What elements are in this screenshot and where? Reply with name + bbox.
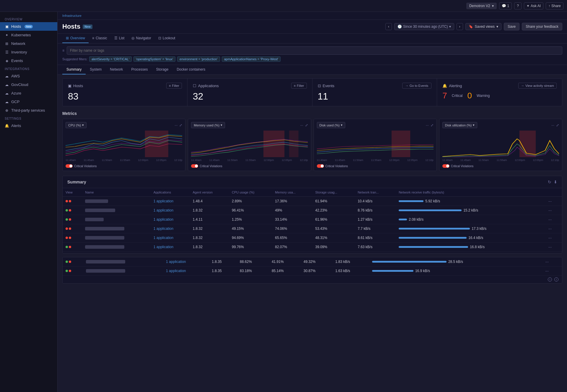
svg-rect-3 [391,131,410,157]
view-dots [66,246,79,248]
saved-views-btn[interactable]: 🔖 Saved views ▾ [465,23,501,30]
view-activity-stream-btn[interactable]: → View activity stream [518,83,557,89]
cpu-violations-toggle[interactable] [66,164,73,168]
ask-ai-btn[interactable]: ✦ Ask AI [524,2,543,9]
disk-used-violations-toggle[interactable] [317,164,324,168]
memory-violations-toggle[interactable] [191,164,198,168]
notifications-btn[interactable]: 💬 1 [499,2,512,9]
row-more-btn[interactable]: ··· [547,199,553,204]
account-selector[interactable]: Demotron V2 ▾ [466,3,497,9]
cell-more: ··· [544,252,562,253]
cell-agent: 1.8.32 [190,233,229,243]
sidebar-item-alerts[interactable]: 🔔 Alerts [0,121,57,130]
disk-util-violations-toggle[interactable] [442,164,449,168]
sub-nav-overview[interactable]: ⊞ Overview [62,34,89,43]
app-link[interactable]: 1 application [154,217,173,222]
filter-input[interactable] [67,46,562,55]
app-link[interactable]: 1 application [154,245,173,249]
app-link[interactable]: 1 application [154,236,173,240]
status-dot [66,237,68,239]
disk-util-more-btn[interactable]: ··· [551,123,554,127]
hosts-filter-btn[interactable]: ≡ Filter [166,83,182,89]
sidebar-item-govcloud[interactable]: ☁ GovCloud [0,80,57,89]
row-more-btn[interactable]: ··· [547,226,553,231]
goto-events-btn[interactable]: → Go to Events [402,83,432,89]
disk-used-selector[interactable]: Disk used (%) ▾ [317,122,345,128]
chevron-down-icon: ▾ [341,123,343,127]
row-more-btn[interactable]: ··· [547,245,553,249]
filter-tag-production[interactable]: environment = 'production' [177,56,220,62]
cell-more: ··· [544,206,562,215]
disk-used-expand-btn[interactable]: ⤢ [431,123,434,127]
sub-nav-classic[interactable]: ≡ Classic [89,34,111,43]
events-stat-icon: ⊡ [318,84,321,88]
prev-time-btn[interactable]: ‹ [385,23,392,30]
row-more-btn[interactable]: ··· [547,217,553,222]
sidebar-item-aws[interactable]: ☁ AWS [0,72,57,80]
filter-tag-linux[interactable]: 'operatingSystem' = 'linux' [133,56,175,62]
sidebar-item-kubernetes[interactable]: ✦ Kubernetes [0,31,57,39]
disk-used-more-btn[interactable]: ··· [426,123,429,127]
memory-selector[interactable]: Memory used (%) ▾ [191,122,225,128]
cpu-expand-btn[interactable]: ⤢ [179,123,182,127]
sidebar-item-inventory[interactable]: ☰ Inventory [0,48,57,56]
cpu-more-btn[interactable]: ··· [175,123,177,127]
suggested-label: Suggested filters: [62,57,87,61]
sidebar-settings-label: SETTINGS [0,115,57,121]
app-link[interactable]: 1 application [154,227,173,231]
row-more-btn[interactable]: ··· [544,269,550,273]
refresh-btn[interactable]: ↻ [548,180,551,184]
sidebar-item-hosts[interactable]: ▣ Hosts New [0,22,57,31]
azure-icon: ☁ [5,91,9,95]
memory-more-btn[interactable]: ··· [300,123,303,127]
sidebar-item-third-party[interactable]: ⊕ Third-party services [0,106,57,115]
row-more-btn[interactable]: ··· [547,208,553,213]
tab-processes[interactable]: Processes [127,65,152,74]
tab-docker[interactable]: Docker containers [172,65,209,74]
disk-util-selector[interactable]: Disk utilization (%) ▾ [442,122,477,128]
row-more-btn[interactable]: ··· [544,259,550,264]
header-right: ‹ 🕐 Since 30 minutes ago (UTC) ▾ › 🔖 Sav… [385,23,562,30]
help-btn[interactable]: ? [514,2,522,9]
col-net-recv: Network receive traffic (bytes/s) [396,188,544,197]
sidebar-item-events[interactable]: ◈ Events [0,56,57,65]
summary-table-scroll[interactable]: View Name Applications Agent version CPU… [63,188,562,253]
col-actions [544,188,562,197]
share-feedback-btn[interactable]: Share your feedback [522,23,562,30]
bottom-area: █████████████████ 1 application 1.8.35 8… [58,257,567,287]
cell-net-trans: 1.27 kB/s [355,215,396,224]
app-link[interactable]: 1 application [166,269,186,273]
breadcrumb-link[interactable]: Infrastructure [62,14,82,17]
sidebar-item-network[interactable]: ⊞ Network [0,39,57,48]
next-time-btn[interactable]: › [457,23,463,30]
cpu-selector[interactable]: CPU (%) ▾ [66,122,87,128]
metric-card-disk-util: Disk utilization (%) ▾ ··· ⤢ [439,119,562,171]
memory-expand-btn[interactable]: ⤢ [305,123,308,127]
filter-tag-proxy-west[interactable]: apmApplicationNames = 'Proxy-West' [222,56,281,62]
share-btn[interactable]: ↑ Share [546,2,563,9]
app-link[interactable]: 1 application [154,208,173,212]
filter-tag-critical[interactable]: alertSeverity = 'CRITICAL' [89,56,132,62]
disk-util-expand-btn[interactable]: ⤢ [556,123,559,127]
app-link[interactable]: 1 application [154,199,173,203]
time-range-selector[interactable]: 🕐 Since 30 minutes ago (UTC) ▾ [394,23,454,30]
sub-nav-lookout[interactable]: ⊡ Lookout [155,34,179,43]
tab-storage[interactable]: Storage [152,65,172,74]
tab-system[interactable]: System [86,65,106,74]
sidebar-item-gcp[interactable]: ☁ GCP [0,97,57,106]
summary-section: Summary ↻ ⬇ View Name Applications [62,176,562,253]
tab-network[interactable]: Network [106,65,127,74]
sub-nav-navigator[interactable]: ◎ Navigator [128,34,154,43]
row-more-btn[interactable]: ··· [547,235,553,240]
arrow-right-icon: → [405,84,409,87]
sidebar-overview-label: OVERVIEW [0,15,57,22]
memory-card-header: Memory used (%) ▾ ··· ⤢ [191,122,308,128]
sub-nav-list[interactable]: ☰ List [111,34,128,43]
sidebar-item-azure[interactable]: ☁ Azure [0,89,57,97]
save-btn[interactable]: Save [504,23,519,30]
tab-summary[interactable]: Summary [62,65,86,74]
app-link[interactable]: 1 application [166,260,186,264]
third-party-icon: ⊕ [5,108,9,113]
applications-filter-btn[interactable]: ≡ Filter [291,83,307,89]
download-btn[interactable]: ⬇ [554,180,557,184]
